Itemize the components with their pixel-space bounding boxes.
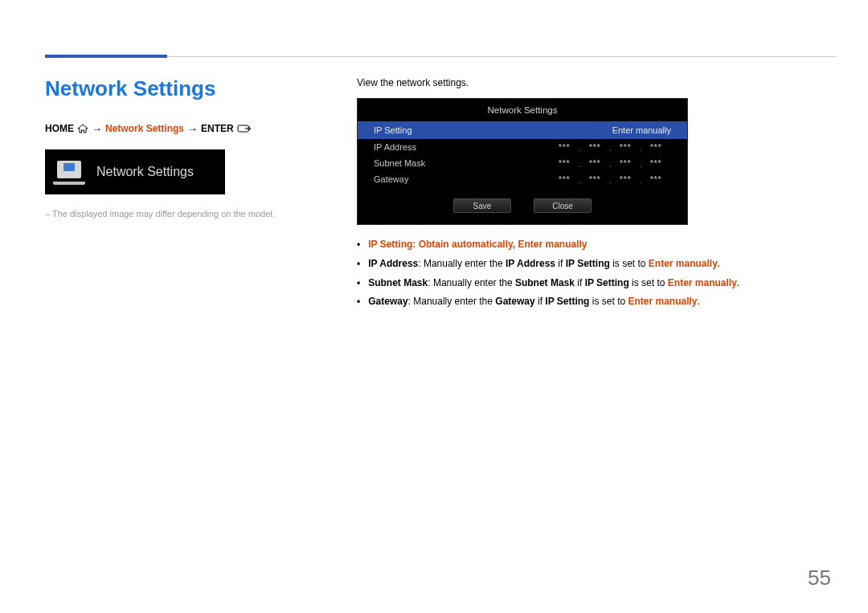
- row-label: Gateway: [374, 174, 470, 184]
- row-label: IP Address: [374, 142, 470, 152]
- accent-rule: [45, 55, 167, 58]
- ip-setting-row[interactable]: IP Setting Enter manually: [358, 121, 687, 139]
- menu-tile: Network Settings: [45, 149, 225, 194]
- text: if: [575, 277, 585, 288]
- breadcrumb-arrow: →: [92, 123, 102, 135]
- bullet-dot: •: [357, 238, 360, 251]
- octet: ***: [610, 142, 641, 152]
- text: : Manually enter the: [408, 296, 496, 307]
- octet: ***: [549, 142, 579, 152]
- octet: ***: [579, 174, 610, 184]
- octet: ***: [549, 158, 579, 168]
- save-button[interactable]: Save: [453, 198, 511, 213]
- text: : Manually enter the: [418, 258, 506, 269]
- term: Subnet Mask: [368, 277, 428, 288]
- option: Enter manually: [649, 258, 718, 269]
- bullet-dot: •: [357, 295, 360, 309]
- text: : Manually enter the: [428, 277, 515, 288]
- term: IP Address: [368, 258, 418, 269]
- text: :: [412, 239, 418, 250]
- ip-address-row[interactable]: IP Address *** *** *** ***: [358, 139, 687, 155]
- ip-setting-label: IP Setting: [374, 125, 470, 135]
- bullet-gateway: • Gateway: Manually enter the Gateway if…: [357, 295, 836, 309]
- page-number: 55: [808, 566, 831, 591]
- home-icon: [77, 124, 88, 133]
- octet: ***: [579, 158, 610, 168]
- left-column: Network Settings HOME → Network Settings…: [45, 77, 323, 314]
- option: Obtain automatically: [419, 239, 513, 250]
- row-label: Subnet Mask: [374, 158, 470, 168]
- text: is set to: [589, 296, 628, 307]
- term: IP Setting: [368, 239, 412, 250]
- subnet-mask-row[interactable]: Subnet Mask *** *** *** ***: [358, 155, 687, 171]
- close-button[interactable]: Close: [534, 198, 592, 213]
- intro-text: View the network settings.: [357, 77, 836, 88]
- right-column: View the network settings. Network Setti…: [357, 77, 836, 314]
- option: Enter manually: [668, 277, 737, 288]
- text: .: [737, 277, 739, 288]
- term: IP Address: [506, 258, 555, 269]
- row-value: *** *** *** ***: [549, 142, 671, 152]
- ip-setting-value: Enter manually: [470, 125, 671, 135]
- page-heading: Network Settings: [45, 77, 323, 100]
- text: if: [555, 258, 566, 269]
- text: .: [718, 258, 720, 269]
- bullet-ip-setting: • IP Setting: Obtain automatically, Ente…: [357, 238, 836, 251]
- text: .: [698, 296, 700, 307]
- dialog-button-row: Save Close: [358, 198, 687, 213]
- gateway-row[interactable]: Gateway *** *** *** ***: [358, 171, 687, 187]
- content-area: Network Settings HOME → Network Settings…: [45, 77, 836, 314]
- image-disclaimer: The displayed image may differ depending…: [45, 209, 323, 219]
- octet: ***: [579, 142, 610, 152]
- settings-dialog: Network Settings IP Setting Enter manual…: [357, 98, 688, 225]
- breadcrumb: HOME → Network Settings → ENTER: [45, 123, 323, 135]
- breadcrumb-enter-label: ENTER: [201, 123, 234, 134]
- menu-tile-label: Network Settings: [96, 165, 194, 179]
- term: IP Setting: [545, 296, 589, 307]
- text: is set to: [629, 277, 668, 288]
- bullet-list: • IP Setting: Obtain automatically, Ente…: [357, 238, 836, 309]
- term: Subnet Mask: [515, 277, 575, 288]
- bullet-dot: •: [357, 276, 360, 290]
- bullet-ip-address: • IP Address: Manually enter the IP Addr…: [357, 257, 836, 271]
- text: if: [535, 296, 546, 307]
- option: Enter manually: [518, 239, 587, 250]
- laptop-icon: [53, 159, 85, 185]
- octet: ***: [610, 158, 641, 168]
- bullet-dot: •: [357, 257, 360, 271]
- breadcrumb-home-label: HOME: [45, 123, 74, 134]
- enter-icon: [237, 124, 248, 133]
- option: Enter manually: [628, 296, 697, 307]
- text: is set to: [610, 258, 649, 269]
- octet: ***: [610, 174, 641, 184]
- dialog-title: Network Settings: [358, 105, 687, 115]
- breadcrumb-section: Network Settings: [105, 123, 184, 134]
- breadcrumb-arrow: →: [187, 123, 198, 135]
- term: Gateway: [368, 296, 407, 307]
- row-value: *** *** *** ***: [549, 174, 671, 184]
- octet: ***: [641, 142, 671, 152]
- row-value: *** *** *** ***: [549, 158, 671, 168]
- term: IP Setting: [566, 258, 610, 269]
- bullet-subnet-mask: • Subnet Mask: Manually enter the Subnet…: [357, 276, 836, 290]
- octet: ***: [549, 174, 579, 184]
- octet: ***: [641, 174, 671, 184]
- term: IP Setting: [585, 277, 629, 288]
- octet: ***: [641, 158, 671, 168]
- term: Gateway: [495, 296, 534, 307]
